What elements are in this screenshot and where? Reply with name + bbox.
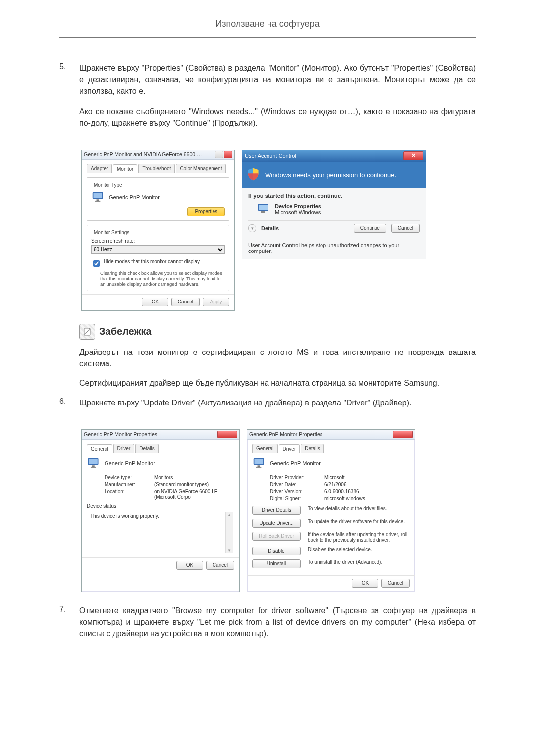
step-6: 6. Щракнете върху "Update Driver" (Актуа… <box>59 397 476 417</box>
device-status-box: This device is working properly. ▲▼ <box>87 511 234 554</box>
tab-general[interactable]: General <box>252 444 278 453</box>
location-value: on NVIDIA GeForce 6600 LE (Microsoft Cor… <box>154 489 234 500</box>
svg-rect-12 <box>254 459 263 464</box>
refresh-rate-select[interactable]: 60 Hertz <box>91 245 225 254</box>
uac-title: User Account Control <box>245 153 296 159</box>
props-driver-title: Generic PnP Monitor Properties <box>249 431 322 437</box>
step-7-text-1: Отметнете квадратчето "Browse my compute… <box>79 605 476 640</box>
uac-publisher: Microsoft Windows <box>275 209 321 215</box>
tab-details[interactable]: Details <box>135 444 159 453</box>
footer-rule <box>59 722 476 722</box>
apply-button[interactable]: Apply <box>203 298 229 306</box>
step-6-num: 6. <box>59 397 71 417</box>
tab-adapter[interactable]: Adapter <box>87 164 112 173</box>
cancel-button[interactable]: Cancel <box>391 224 420 233</box>
tab-driver[interactable]: Driver <box>279 444 300 453</box>
monitor-icon <box>252 457 266 470</box>
svg-rect-13 <box>258 465 260 467</box>
svg-rect-2 <box>97 199 99 201</box>
driver-provider-value: Microsoft <box>324 475 410 480</box>
driver-details-button[interactable]: Driver Details <box>252 506 301 515</box>
rollback-driver-button[interactable]: Roll Back Driver <box>252 532 301 541</box>
cancel-button[interactable]: Cancel <box>381 579 410 588</box>
device-status-label: Device status <box>87 504 234 509</box>
svg-rect-14 <box>256 467 261 468</box>
monitor-icon <box>87 457 101 470</box>
step-6-text-1: Щракнете върху "Update Driver" (Актуализ… <box>79 397 476 408</box>
step-5-text-2: Ако се покаже съобщението "Windows needs… <box>79 106 476 129</box>
manufacturer-value: (Standard monitor types) <box>154 482 234 487</box>
tab-details[interactable]: Details <box>301 444 324 453</box>
location-label: Location: <box>105 489 154 500</box>
svg-rect-3 <box>95 201 100 202</box>
monitor-dialog: Generic PnP Monitor and NVIDIA GeForce 6… <box>81 150 235 311</box>
help-icon[interactable] <box>215 151 223 158</box>
monitor-type-value: Generic PnP Monitor <box>109 194 160 200</box>
driver-version-label: Driver Version: <box>270 489 324 494</box>
hide-modes-desc: Clearing this check box allows you to se… <box>100 270 225 287</box>
program-icon <box>257 203 270 215</box>
device-status-text: This device is working properly. <box>90 513 159 519</box>
step-5-text-1: Щракнете върху "Properties" (Свойства) в… <box>79 62 476 97</box>
close-icon[interactable]: ✕ <box>403 151 423 160</box>
uac-details-toggle[interactable]: Details <box>261 225 349 231</box>
header-rule <box>59 37 476 38</box>
cancel-button[interactable]: Cancel <box>171 298 200 306</box>
note-icon <box>79 324 95 340</box>
svg-rect-8 <box>89 459 97 464</box>
ok-button[interactable]: OK <box>142 298 168 306</box>
continue-button[interactable]: Continue <box>354 224 386 233</box>
uninstall-desc: To uninstall the driver (Advanced). <box>308 559 410 565</box>
device-type-label: Device type: <box>105 475 154 480</box>
uac-footnote: User Account Control helps stop unauthor… <box>248 238 420 254</box>
update-driver-button[interactable]: Update Driver... <box>252 519 301 528</box>
svg-rect-1 <box>93 193 102 198</box>
driver-provider-label: Driver Provider: <box>270 475 324 480</box>
page-title: Използване на софтуера <box>59 19 476 34</box>
svg-rect-9 <box>92 465 95 467</box>
driver-date-value: 6/21/2006 <box>324 482 410 487</box>
hide-modes-label: Hide modes that this monitor cannot disp… <box>104 259 200 264</box>
props-driver-name: Generic PnP Monitor <box>270 460 321 466</box>
monitor-settings-heading: Monitor Settings <box>92 230 131 235</box>
disable-button[interactable]: Disable <box>252 547 301 555</box>
disable-desc: Disables the selected device. <box>308 547 410 552</box>
close-icon[interactable] <box>217 431 237 438</box>
step-5-num: 5. <box>59 62 71 138</box>
hide-modes-checkbox[interactable] <box>93 260 100 267</box>
svg-rect-5 <box>259 205 268 210</box>
note-text-1: Драйверът на този монитор е сертифициран… <box>79 347 476 369</box>
props-general-title: Generic PnP Monitor Properties <box>84 431 157 437</box>
monitor-type-heading: Monitor Type <box>92 182 124 188</box>
tab-driver[interactable]: Driver <box>113 444 135 453</box>
ok-button[interactable]: OK <box>352 579 378 588</box>
chevron-down-icon[interactable]: ▾ <box>248 224 256 232</box>
driver-details-desc: To view details about the driver files. <box>308 506 410 511</box>
step-5: 5. Щракнете върху "Properties" (Свойства… <box>59 62 476 138</box>
monitor-dialog-titlebar: Generic PnP Monitor and NVIDIA GeForce 6… <box>82 150 234 160</box>
uac-dialog: User Account Control ✕ Windows needs you… <box>242 150 426 259</box>
uac-started-text: If you started this action, continue. <box>248 193 420 199</box>
digital-signer-value: microsoft windows <box>324 496 410 501</box>
tab-monitor[interactable]: Monitor <box>113 164 137 173</box>
scrollbar[interactable]: ▲▼ <box>225 512 233 553</box>
close-icon[interactable] <box>224 151 232 158</box>
device-type-value: Monitors <box>154 475 234 480</box>
tab-color-management[interactable]: Color Management <box>176 164 226 173</box>
ok-button[interactable]: OK <box>176 561 203 570</box>
props-general-dialog: Generic PnP Monitor Properties General D… <box>81 429 240 592</box>
uninstall-button[interactable]: Uninstall <box>252 559 301 568</box>
tab-general[interactable]: General <box>87 444 112 453</box>
step-7-num: 7. <box>59 605 71 649</box>
monitor-icon <box>91 191 105 203</box>
properties-button[interactable]: Properties <box>187 207 225 216</box>
note-text-2: Сертифицираният драйвер ще бъде публикув… <box>79 377 476 389</box>
cancel-button[interactable]: Cancel <box>206 561 234 570</box>
update-driver-desc: To update the driver software for this d… <box>308 519 410 524</box>
svg-rect-6 <box>261 211 265 213</box>
tab-troubleshoot[interactable]: Troubleshoot <box>138 164 175 173</box>
close-icon[interactable] <box>393 431 413 438</box>
props-driver-dialog: Generic PnP Monitor Properties General D… <box>247 429 415 592</box>
refresh-rate-label: Screen refresh rate: <box>91 238 225 244</box>
driver-date-label: Driver Date: <box>270 482 324 487</box>
